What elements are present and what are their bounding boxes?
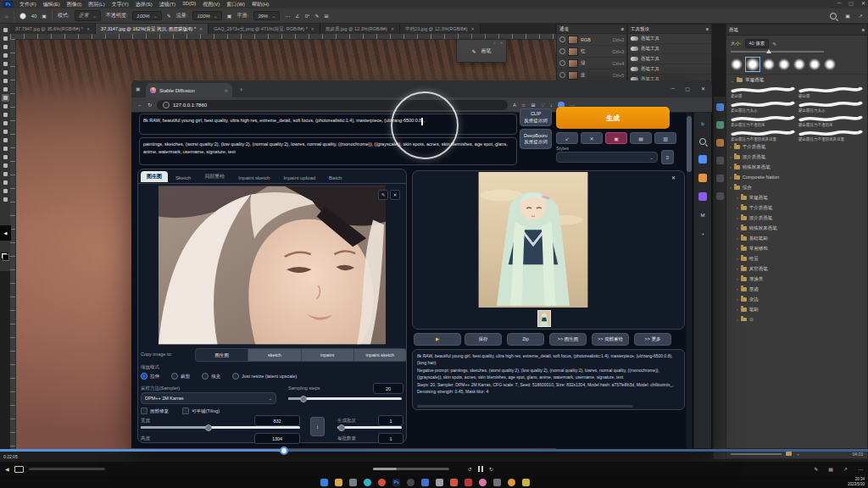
maximize-icon[interactable]: ▢ — [685, 86, 690, 92]
background-color[interactable] — [3, 254, 9, 261]
document-tab[interactable]: 中档23.jpg @ 12.3%(RGB/8#) ✕ — [400, 24, 481, 34]
app-icon[interactable] — [479, 479, 487, 486]
output-image[interactable] — [477, 172, 589, 308]
pen-tool-icon[interactable]: ✎ — [814, 466, 818, 472]
tool-button[interactable] — [2, 179, 9, 186]
channel-row[interactable]: 绿 Ctrl+4 — [557, 58, 626, 69]
width-value[interactable]: 832 — [254, 415, 300, 426]
search-icon[interactable] — [830, 13, 837, 19]
channel-row[interactable]: 蓝 Ctrl+5 — [557, 69, 626, 81]
brush-preset-icon[interactable] — [19, 13, 26, 19]
output-action-button[interactable]: Zip — [507, 333, 544, 346]
close-tab-icon[interactable]: ✕ — [225, 88, 228, 93]
menu-item[interactable]: 编辑(E) — [43, 1, 60, 8]
home-icon[interactable]: ⌂ — [5, 14, 8, 19]
panel-controls[interactable]: ≡ ✕ — [493, 41, 504, 45]
channel-row[interactable]: 红 Ctrl+3 — [557, 46, 626, 58]
opacity-select[interactable]: 100%⌄ — [132, 11, 161, 20]
batch-count-value[interactable]: 1 — [378, 415, 403, 426]
checkbox-icon[interactable] — [182, 408, 189, 414]
dock-panel-icon[interactable] — [716, 175, 724, 182]
new-tab-icon[interactable]: ＋ — [238, 86, 244, 94]
dock-panel-icon[interactable] — [716, 121, 724, 129]
interrogate-deepbooru-button[interactable]: DeepBooru反推提示词 — [520, 129, 552, 149]
save-style-icon[interactable]: ▥ — [654, 132, 676, 144]
radio-icon[interactable] — [202, 373, 209, 380]
brush-tip[interactable] — [809, 58, 821, 70]
app-icon[interactable] — [436, 479, 443, 486]
brush-size-slider[interactable] — [731, 51, 824, 53]
fullscreen-icon[interactable]: ↗ — [843, 466, 848, 472]
negative-prompt-textarea[interactable]: paintings, sketches, (worst quality:2), … — [139, 137, 517, 165]
img2img-tab[interactable]: 局部重绘 — [198, 171, 231, 182]
img2img-tab[interactable]: Batch — [323, 174, 348, 182]
menu-item[interactable]: 选择(S) — [136, 1, 153, 8]
tool-preset-row[interactable]: 画笔工具 — [628, 64, 711, 75]
airbrush-icon[interactable]: ▣ — [227, 13, 232, 19]
angle-value[interactable]: 0° — [305, 14, 310, 19]
resize-mode-option[interactable]: 裁剪 — [171, 373, 190, 380]
tool-button[interactable] — [2, 77, 9, 85]
app-icon[interactable] — [450, 479, 458, 486]
paste-generation-icon[interactable]: ↙ — [556, 132, 578, 144]
brush-folder-row[interactable]: › 湿介质画笔 — [726, 152, 867, 162]
tool-button[interactable] — [2, 35, 9, 42]
img2img-tab[interactable]: Inpaint sketch — [232, 174, 275, 182]
symmetry-icon[interactable]: ⊞ — [324, 13, 328, 19]
menu-item[interactable]: 图像(I) — [67, 1, 82, 8]
more-controls-icon[interactable]: ⋯ — [858, 466, 863, 472]
brush-folder-row[interactable]: › 干介质画笔 — [726, 141, 867, 152]
document-tab[interactable]: 37.3147.jpg @ 162%(背景 拷贝, 图层蒙版/8) * ✕ — [96, 24, 209, 34]
tool-preset-row[interactable]: 画笔工具 — [628, 44, 711, 54]
visibility-eye-icon[interactable] — [559, 36, 565, 42]
menu-item[interactable]: 文件(F) — [19, 1, 36, 8]
tiling-option[interactable]: 可平铺(Tiling) — [182, 408, 220, 414]
tool-button[interactable] — [2, 94, 9, 102]
refresh-icon[interactable]: ↻ — [147, 102, 152, 108]
output-action-button[interactable]: >> 更多 — [634, 333, 671, 346]
tool-button[interactable] — [2, 103, 9, 110]
menu-item[interactable]: 文字(Y) — [112, 1, 129, 8]
brush-preset[interactable]: 柔边圆压力大小 — [731, 100, 795, 113]
brush-preset[interactable]: 硬边圆压力不透明度 — [798, 114, 863, 127]
brushes-panel-title[interactable]: 画笔 — [729, 27, 738, 33]
chrome-icon[interactable] — [378, 479, 386, 486]
close-tab-icon[interactable]: ✕ — [199, 26, 203, 31]
document-tab[interactable]: GAQ_2973+北.png @ 471%(背景, RGB/8#) * ✕ — [209, 24, 320, 34]
document-tab[interactable]: 37.7947.jpg @ 35.6%(RGB/8#) * ✕ — [10, 24, 96, 34]
tool-button[interactable] — [2, 196, 9, 203]
collections-icon[interactable]: ⊞ — [531, 102, 535, 108]
brush-panel-icon[interactable]: ✎ — [471, 48, 476, 54]
player-seek-slider[interactable] — [373, 468, 449, 470]
brush-group-header[interactable]: ⌄ 常规画笔 — [726, 75, 867, 86]
copy-to-button[interactable]: inpaint — [302, 349, 354, 361]
batch-size-value[interactable]: 1 — [378, 433, 403, 444]
radio-icon[interactable] — [232, 373, 239, 380]
browser-tab[interactable]: Stable Diffusion ✕ — [146, 83, 232, 97]
dock-panel-icon[interactable] — [716, 157, 724, 164]
steps-value[interactable]: 20 — [373, 383, 403, 394]
pause-icon[interactable] — [477, 466, 484, 473]
open-folder-button[interactable]: ▶ — [414, 333, 461, 346]
share-icon[interactable]: ↗ — [859, 13, 863, 19]
menu-item[interactable]: 帮助(H) — [252, 1, 269, 8]
pressure-toggle-icon[interactable]: ✎ — [772, 42, 776, 47]
rotate-cw-icon[interactable]: ↻ — [489, 466, 493, 472]
close-tab-icon[interactable]: ✕ — [391, 26, 394, 31]
copy-to-button[interactable]: inpaint sketch — [354, 349, 406, 361]
channels-panel-title[interactable]: 通道 — [559, 26, 569, 32]
minimize-icon[interactable]: ─ — [671, 86, 675, 91]
clear-prompt-icon[interactable]: ✕ — [581, 132, 603, 144]
swap-dimensions-icon[interactable]: ↕ — [310, 417, 325, 436]
tool-button[interactable] — [2, 60, 9, 68]
output-action-button[interactable]: >> 局部重绘 — [592, 333, 629, 346]
brush-tip[interactable] — [824, 58, 836, 70]
dock-panel-icon[interactable] — [716, 139, 724, 147]
sidebar-search-icon[interactable] — [699, 138, 706, 145]
brush-folder-row[interactable]: › 基础笔刷 — [726, 233, 867, 243]
radio-icon[interactable] — [171, 373, 178, 380]
brush-folder-row[interactable]: › 绘景 — [726, 253, 867, 263]
output-action-button[interactable]: >> 图生图 — [549, 333, 587, 346]
app-icon[interactable] — [465, 479, 472, 486]
brush-preset[interactable]: 硬边圆压力大小 — [798, 100, 863, 113]
